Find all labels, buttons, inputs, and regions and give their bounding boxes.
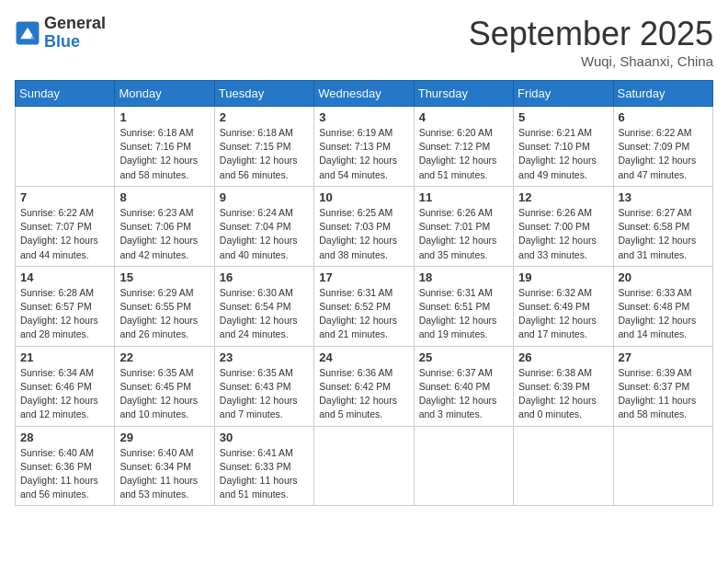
day-info: Sunrise: 6:41 AM Sunset: 6:33 PM Dayligh… bbox=[220, 446, 309, 502]
day-number: 20 bbox=[619, 270, 708, 284]
calendar-cell: 19Sunrise: 6:32 AM Sunset: 6:49 PM Dayli… bbox=[514, 266, 613, 346]
calendar-cell: 10Sunrise: 6:25 AM Sunset: 7:03 PM Dayli… bbox=[314, 186, 414, 266]
calendar-cell bbox=[514, 426, 613, 506]
day-info: Sunrise: 6:27 AM Sunset: 6:58 PM Dayligh… bbox=[619, 206, 708, 262]
calendar-cell: 16Sunrise: 6:30 AM Sunset: 6:54 PM Dayli… bbox=[214, 266, 313, 346]
week-row-1: 1Sunrise: 6:18 AM Sunset: 7:16 PM Daylig… bbox=[16, 107, 713, 187]
logo-blue: Blue bbox=[44, 32, 80, 51]
calendar-cell: 7Sunrise: 6:22 AM Sunset: 7:07 PM Daylig… bbox=[16, 186, 115, 266]
day-info: Sunrise: 6:33 AM Sunset: 6:48 PM Dayligh… bbox=[619, 286, 708, 342]
day-info: Sunrise: 6:37 AM Sunset: 6:40 PM Dayligh… bbox=[419, 366, 508, 422]
calendar-cell: 22Sunrise: 6:35 AM Sunset: 6:45 PM Dayli… bbox=[115, 346, 214, 426]
day-info: Sunrise: 6:28 AM Sunset: 6:57 PM Dayligh… bbox=[20, 286, 109, 342]
location: Wuqi, Shaanxi, China bbox=[469, 53, 713, 69]
day-number: 9 bbox=[220, 190, 309, 204]
day-number: 24 bbox=[319, 350, 408, 364]
calendar-cell: 8Sunrise: 6:23 AM Sunset: 7:06 PM Daylig… bbox=[115, 186, 214, 266]
page-header: General Blue September 2025 Wuqi, Shaanx… bbox=[15, 15, 713, 69]
day-info: Sunrise: 6:26 AM Sunset: 7:00 PM Dayligh… bbox=[518, 206, 608, 262]
calendar-cell: 20Sunrise: 6:33 AM Sunset: 6:48 PM Dayli… bbox=[613, 266, 712, 346]
day-info: Sunrise: 6:32 AM Sunset: 6:49 PM Dayligh… bbox=[518, 286, 608, 342]
weekday-header-thursday: Thursday bbox=[414, 81, 513, 107]
day-info: Sunrise: 6:30 AM Sunset: 6:54 PM Dayligh… bbox=[220, 286, 309, 342]
calendar-cell: 4Sunrise: 6:20 AM Sunset: 7:12 PM Daylig… bbox=[414, 107, 513, 187]
weekday-header-sunday: Sunday bbox=[16, 81, 115, 107]
day-number: 23 bbox=[220, 350, 309, 364]
weekday-header-tuesday: Tuesday bbox=[214, 81, 313, 107]
logo-text: General Blue bbox=[44, 15, 106, 52]
day-number: 11 bbox=[419, 190, 508, 204]
day-number: 2 bbox=[220, 110, 309, 124]
week-row-3: 14Sunrise: 6:28 AM Sunset: 6:57 PM Dayli… bbox=[16, 266, 713, 346]
day-number: 6 bbox=[619, 110, 708, 124]
day-number: 8 bbox=[119, 190, 209, 204]
calendar-cell bbox=[16, 107, 115, 187]
weekday-header-friday: Friday bbox=[514, 81, 613, 107]
day-info: Sunrise: 6:34 AM Sunset: 6:46 PM Dayligh… bbox=[20, 366, 109, 422]
calendar-cell: 11Sunrise: 6:26 AM Sunset: 7:01 PM Dayli… bbox=[414, 186, 513, 266]
day-number: 15 bbox=[119, 270, 209, 284]
day-number: 4 bbox=[419, 110, 508, 124]
day-info: Sunrise: 6:18 AM Sunset: 7:16 PM Dayligh… bbox=[119, 126, 209, 182]
day-number: 14 bbox=[20, 270, 109, 284]
logo-icon bbox=[15, 20, 40, 46]
day-info: Sunrise: 6:22 AM Sunset: 7:09 PM Dayligh… bbox=[619, 126, 708, 182]
calendar-cell: 17Sunrise: 6:31 AM Sunset: 6:52 PM Dayli… bbox=[314, 266, 414, 346]
day-number: 27 bbox=[619, 350, 708, 364]
day-info: Sunrise: 6:31 AM Sunset: 6:51 PM Dayligh… bbox=[419, 286, 508, 342]
day-number: 5 bbox=[518, 110, 608, 124]
calendar-cell: 5Sunrise: 6:21 AM Sunset: 7:10 PM Daylig… bbox=[514, 107, 613, 187]
day-info: Sunrise: 6:29 AM Sunset: 6:55 PM Dayligh… bbox=[119, 286, 209, 342]
calendar-cell: 30Sunrise: 6:41 AM Sunset: 6:33 PM Dayli… bbox=[214, 426, 313, 506]
day-number: 30 bbox=[220, 431, 309, 444]
day-info: Sunrise: 6:23 AM Sunset: 7:06 PM Dayligh… bbox=[119, 206, 209, 262]
day-number: 1 bbox=[119, 110, 209, 124]
calendar-cell: 24Sunrise: 6:36 AM Sunset: 6:42 PM Dayli… bbox=[314, 346, 414, 426]
calendar-cell: 23Sunrise: 6:35 AM Sunset: 6:43 PM Dayli… bbox=[214, 346, 313, 426]
day-number: 25 bbox=[419, 350, 508, 364]
day-number: 10 bbox=[319, 190, 408, 204]
calendar-cell: 21Sunrise: 6:34 AM Sunset: 6:46 PM Dayli… bbox=[16, 346, 115, 426]
calendar-cell: 13Sunrise: 6:27 AM Sunset: 6:58 PM Dayli… bbox=[613, 186, 712, 266]
day-info: Sunrise: 6:36 AM Sunset: 6:42 PM Dayligh… bbox=[319, 366, 408, 422]
day-info: Sunrise: 6:35 AM Sunset: 6:45 PM Dayligh… bbox=[119, 366, 209, 422]
weekday-header-row: SundayMondayTuesdayWednesdayThursdayFrid… bbox=[16, 81, 713, 107]
day-info: Sunrise: 6:40 AM Sunset: 6:34 PM Dayligh… bbox=[119, 446, 209, 502]
day-info: Sunrise: 6:38 AM Sunset: 6:39 PM Dayligh… bbox=[518, 366, 608, 422]
calendar-cell: 27Sunrise: 6:39 AM Sunset: 6:37 PM Dayli… bbox=[613, 346, 712, 426]
calendar-cell: 25Sunrise: 6:37 AM Sunset: 6:40 PM Dayli… bbox=[414, 346, 513, 426]
day-number: 26 bbox=[518, 350, 608, 364]
day-info: Sunrise: 6:26 AM Sunset: 7:01 PM Dayligh… bbox=[419, 206, 508, 262]
day-number: 3 bbox=[319, 110, 408, 124]
day-number: 22 bbox=[119, 350, 209, 364]
calendar-cell bbox=[414, 426, 513, 506]
calendar-cell: 1Sunrise: 6:18 AM Sunset: 7:16 PM Daylig… bbox=[115, 107, 214, 187]
month-title: September 2025 bbox=[469, 15, 713, 53]
calendar-cell: 2Sunrise: 6:18 AM Sunset: 7:15 PM Daylig… bbox=[214, 107, 313, 187]
day-number: 18 bbox=[419, 270, 508, 284]
calendar-table: SundayMondayTuesdayWednesdayThursdayFrid… bbox=[15, 80, 713, 506]
day-info: Sunrise: 6:25 AM Sunset: 7:03 PM Dayligh… bbox=[319, 206, 408, 262]
day-number: 19 bbox=[518, 270, 608, 284]
calendar-cell: 14Sunrise: 6:28 AM Sunset: 6:57 PM Dayli… bbox=[16, 266, 115, 346]
title-block: September 2025 Wuqi, Shaanxi, China bbox=[469, 15, 713, 69]
day-number: 21 bbox=[20, 350, 109, 364]
day-info: Sunrise: 6:22 AM Sunset: 7:07 PM Dayligh… bbox=[20, 206, 109, 262]
week-row-5: 28Sunrise: 6:40 AM Sunset: 6:36 PM Dayli… bbox=[16, 426, 713, 506]
calendar-cell: 15Sunrise: 6:29 AM Sunset: 6:55 PM Dayli… bbox=[115, 266, 214, 346]
day-number: 12 bbox=[518, 190, 608, 204]
day-number: 29 bbox=[119, 431, 209, 444]
day-info: Sunrise: 6:19 AM Sunset: 7:13 PM Dayligh… bbox=[319, 126, 408, 182]
day-info: Sunrise: 6:18 AM Sunset: 7:15 PM Dayligh… bbox=[220, 126, 309, 182]
calendar-cell: 9Sunrise: 6:24 AM Sunset: 7:04 PM Daylig… bbox=[214, 186, 313, 266]
calendar-cell: 18Sunrise: 6:31 AM Sunset: 6:51 PM Dayli… bbox=[414, 266, 513, 346]
week-row-4: 21Sunrise: 6:34 AM Sunset: 6:46 PM Dayli… bbox=[16, 346, 713, 426]
day-info: Sunrise: 6:39 AM Sunset: 6:37 PM Dayligh… bbox=[619, 366, 708, 422]
weekday-header-wednesday: Wednesday bbox=[314, 81, 414, 107]
day-info: Sunrise: 6:21 AM Sunset: 7:10 PM Dayligh… bbox=[518, 126, 608, 182]
day-info: Sunrise: 6:24 AM Sunset: 7:04 PM Dayligh… bbox=[220, 206, 309, 262]
weekday-header-saturday: Saturday bbox=[613, 81, 712, 107]
calendar-cell bbox=[314, 426, 414, 506]
day-number: 16 bbox=[220, 270, 309, 284]
day-info: Sunrise: 6:31 AM Sunset: 6:52 PM Dayligh… bbox=[319, 286, 408, 342]
